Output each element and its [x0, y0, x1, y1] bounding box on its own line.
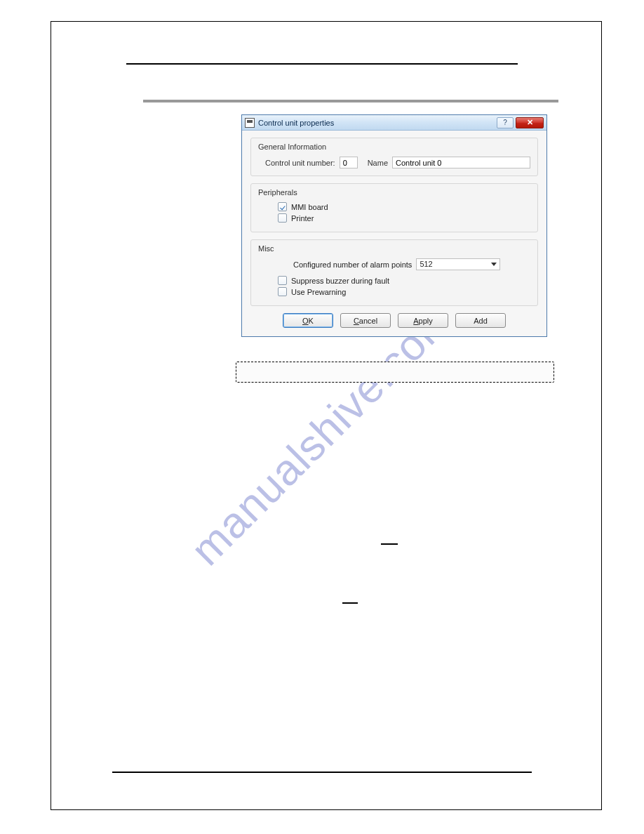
name-label: Name: [368, 159, 388, 167]
general-information-group: General Information Control unit number:…: [250, 138, 538, 176]
alarm-points-select[interactable]: 512: [416, 258, 500, 270]
add-button[interactable]: Add: [455, 313, 506, 328]
printer-checkbox[interactable]: [278, 213, 287, 223]
suppress-buzzer-row[interactable]: Suppress buzzer during fault: [278, 276, 530, 285]
suppress-buzzer-label: Suppress buzzer during fault: [291, 277, 389, 285]
use-prewarning-label: Use Prewarning: [291, 288, 346, 296]
cancel-button[interactable]: Cancel: [340, 313, 391, 328]
help-icon: ?: [503, 119, 507, 126]
alarm-points-label: Configured number of alarm points: [293, 260, 412, 269]
footer-rule: [112, 772, 532, 773]
printer-row[interactable]: Printer: [278, 213, 530, 223]
suppress-buzzer-checkbox[interactable]: [278, 276, 287, 285]
mmi-board-row[interactable]: MMI board: [278, 202, 530, 211]
use-prewarning-row[interactable]: Use Prewarning: [278, 287, 530, 296]
button-row: OK Cancel Apply Add: [250, 313, 538, 328]
titlebar[interactable]: Control unit properties ? ✕: [242, 115, 546, 131]
peripherals-legend: Peripherals: [258, 188, 530, 197]
chevron-down-icon: [491, 263, 497, 266]
use-prewarning-checkbox[interactable]: [278, 287, 287, 296]
small-rule-1: [381, 543, 398, 545]
system-menu-icon[interactable]: [245, 118, 255, 128]
alarm-points-value: 512: [420, 260, 432, 268]
dialog-body: General Information Control unit number:…: [242, 131, 546, 336]
header-rule: [126, 63, 518, 65]
mmi-board-label: MMI board: [291, 203, 328, 211]
peripherals-group: Peripherals MMI board Printer: [250, 183, 538, 232]
small-rule-2: [342, 602, 358, 604]
help-button[interactable]: ?: [497, 117, 514, 128]
mmi-board-checkbox[interactable]: [278, 202, 287, 211]
printer-label: Printer: [291, 214, 314, 223]
close-icon: ✕: [527, 118, 533, 127]
close-button[interactable]: ✕: [516, 117, 544, 128]
divider-bar: [143, 100, 558, 102]
unit-number-label: Control unit number:: [265, 159, 335, 167]
apply-button[interactable]: Apply: [398, 313, 448, 328]
ok-button[interactable]: OK: [283, 313, 333, 328]
dashed-placeholder: [236, 362, 554, 383]
general-legend: General Information: [258, 143, 530, 151]
unit-number-input[interactable]: [340, 157, 358, 168]
name-input[interactable]: [392, 157, 530, 168]
misc-group: Misc Configured number of alarm points 5…: [250, 239, 538, 306]
control-unit-properties-dialog: Control unit properties ? ✕ General Info…: [241, 114, 547, 337]
dialog-title: Control unit properties: [258, 119, 497, 127]
misc-legend: Misc: [258, 244, 530, 253]
